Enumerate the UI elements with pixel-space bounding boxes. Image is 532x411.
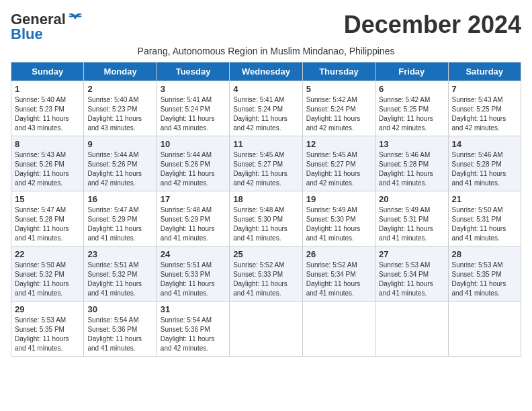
day-info: Sunrise: 5:51 AMSunset: 5:33 PMDaylight:… [161,261,226,298]
calendar-header-row: SundayMondayTuesdayWednesdayThursdayFrid… [11,62,521,81]
calendar-cell: 10Sunrise: 5:44 AMSunset: 5:26 PMDayligh… [157,136,229,191]
calendar-cell: 18Sunrise: 5:48 AMSunset: 5:30 PMDayligh… [230,191,302,246]
calendar-cell: 15Sunrise: 5:47 AMSunset: 5:28 PMDayligh… [11,191,84,246]
day-info: Sunrise: 5:44 AMSunset: 5:26 PMDaylight:… [87,150,152,188]
calendar-cell: 16Sunrise: 5:47 AMSunset: 5:29 PMDayligh… [84,191,157,246]
day-info: Sunrise: 5:48 AMSunset: 5:29 PMDaylight:… [161,205,226,243]
day-number: 22 [15,249,80,259]
calendar-week-row: 8Sunrise: 5:43 AMSunset: 5:26 PMDaylight… [11,136,521,191]
day-number: 21 [452,194,517,204]
calendar-cell: 3Sunrise: 5:41 AMSunset: 5:24 PMDaylight… [157,81,229,136]
calendar-cell: 31Sunrise: 5:54 AMSunset: 5:36 PMDayligh… [157,302,229,357]
day-number: 10 [161,139,226,149]
day-number: 18 [233,194,298,204]
calendar-cell: 9Sunrise: 5:44 AMSunset: 5:26 PMDaylight… [84,136,157,191]
day-number: 24 [161,249,226,259]
calendar-week-row: 29Sunrise: 5:53 AMSunset: 5:35 PMDayligh… [11,302,521,357]
day-number: 19 [306,194,371,204]
day-number: 14 [452,139,517,149]
day-number: 6 [379,84,444,94]
day-info: Sunrise: 5:53 AMSunset: 5:34 PMDaylight:… [379,261,444,298]
weekday-header-thursday: Thursday [302,62,375,81]
day-info: Sunrise: 5:40 AMSunset: 5:23 PMDaylight:… [87,95,152,133]
calendar-cell: 1Sunrise: 5:40 AMSunset: 5:23 PMDaylight… [11,81,84,136]
day-number: 2 [87,84,152,94]
day-number: 15 [15,194,80,204]
calendar-week-row: 15Sunrise: 5:47 AMSunset: 5:28 PMDayligh… [11,191,521,246]
day-info: Sunrise: 5:49 AMSunset: 5:31 PMDaylight:… [379,205,444,243]
calendar-cell [230,302,302,357]
calendar-cell: 8Sunrise: 5:43 AMSunset: 5:26 PMDaylight… [11,136,84,191]
bird-icon [68,13,83,26]
day-number: 20 [379,194,444,204]
day-info: Sunrise: 5:42 AMSunset: 5:24 PMDaylight:… [306,95,371,133]
calendar-cell: 7Sunrise: 5:43 AMSunset: 5:25 PMDaylight… [448,81,521,136]
weekday-header-tuesday: Tuesday [157,62,229,81]
calendar-cell: 12Sunrise: 5:45 AMSunset: 5:27 PMDayligh… [302,136,375,191]
calendar-cell: 28Sunrise: 5:53 AMSunset: 5:35 PMDayligh… [448,246,521,302]
day-number: 8 [15,139,80,149]
calendar-cell: 24Sunrise: 5:51 AMSunset: 5:33 PMDayligh… [157,246,229,302]
calendar-cell: 30Sunrise: 5:54 AMSunset: 5:36 PMDayligh… [84,302,157,357]
day-info: Sunrise: 5:41 AMSunset: 5:24 PMDaylight:… [233,95,298,133]
calendar-cell: 6Sunrise: 5:42 AMSunset: 5:25 PMDaylight… [375,81,448,136]
day-number: 11 [233,139,298,149]
calendar-cell: 13Sunrise: 5:46 AMSunset: 5:28 PMDayligh… [375,136,448,191]
day-number: 4 [233,84,298,94]
calendar-cell: 5Sunrise: 5:42 AMSunset: 5:24 PMDaylight… [302,81,375,136]
day-info: Sunrise: 5:50 AMSunset: 5:31 PMDaylight:… [452,205,517,243]
day-number: 28 [452,249,517,259]
day-number: 29 [15,304,80,314]
calendar-week-row: 22Sunrise: 5:50 AMSunset: 5:32 PMDayligh… [11,246,521,302]
day-number: 30 [87,304,152,314]
day-info: Sunrise: 5:50 AMSunset: 5:32 PMDaylight:… [15,261,80,298]
calendar-cell: 17Sunrise: 5:48 AMSunset: 5:29 PMDayligh… [157,191,229,246]
day-info: Sunrise: 5:53 AMSunset: 5:35 PMDaylight:… [15,316,80,353]
day-info: Sunrise: 5:45 AMSunset: 5:27 PMDaylight:… [233,150,298,188]
calendar-cell: 20Sunrise: 5:49 AMSunset: 5:31 PMDayligh… [375,191,448,246]
day-number: 23 [87,249,152,259]
calendar-cell: 27Sunrise: 5:53 AMSunset: 5:34 PMDayligh… [375,246,448,302]
day-info: Sunrise: 5:49 AMSunset: 5:30 PMDaylight:… [306,205,371,243]
calendar-cell: 29Sunrise: 5:53 AMSunset: 5:35 PMDayligh… [11,302,84,357]
calendar-week-row: 1Sunrise: 5:40 AMSunset: 5:23 PMDaylight… [11,81,521,136]
day-number: 5 [306,84,371,94]
weekday-header-monday: Monday [84,62,157,81]
calendar-table: SundayMondayTuesdayWednesdayThursdayFrid… [11,62,521,357]
day-number: 25 [233,249,298,259]
weekday-header-sunday: Sunday [11,62,84,81]
day-number: 17 [161,194,226,204]
calendar-cell [448,302,521,357]
day-number: 3 [161,84,226,94]
day-info: Sunrise: 5:46 AMSunset: 5:28 PMDaylight:… [379,150,444,188]
calendar-cell: 25Sunrise: 5:52 AMSunset: 5:33 PMDayligh… [230,246,302,302]
calendar-cell: 14Sunrise: 5:46 AMSunset: 5:28 PMDayligh… [448,136,521,191]
day-info: Sunrise: 5:45 AMSunset: 5:27 PMDaylight:… [306,150,371,188]
calendar-cell: 11Sunrise: 5:45 AMSunset: 5:27 PMDayligh… [230,136,302,191]
day-number: 26 [306,249,371,259]
weekday-header-saturday: Saturday [448,62,521,81]
day-info: Sunrise: 5:51 AMSunset: 5:32 PMDaylight:… [87,261,152,298]
weekday-header-wednesday: Wednesday [230,62,302,81]
day-info: Sunrise: 5:41 AMSunset: 5:24 PMDaylight:… [161,95,226,133]
day-info: Sunrise: 5:48 AMSunset: 5:30 PMDaylight:… [233,205,298,243]
day-number: 13 [379,139,444,149]
day-info: Sunrise: 5:42 AMSunset: 5:25 PMDaylight:… [379,95,444,133]
day-info: Sunrise: 5:43 AMSunset: 5:25 PMDaylight:… [452,95,517,133]
day-number: 16 [87,194,152,204]
calendar-cell: 4Sunrise: 5:41 AMSunset: 5:24 PMDaylight… [230,81,302,136]
calendar-cell: 2Sunrise: 5:40 AMSunset: 5:23 PMDaylight… [84,81,157,136]
calendar-cell: 21Sunrise: 5:50 AMSunset: 5:31 PMDayligh… [448,191,521,246]
day-number: 12 [306,139,371,149]
weekday-header-friday: Friday [375,62,448,81]
day-info: Sunrise: 5:54 AMSunset: 5:36 PMDaylight:… [161,316,226,353]
day-info: Sunrise: 5:52 AMSunset: 5:34 PMDaylight:… [306,261,371,298]
day-info: Sunrise: 5:54 AMSunset: 5:36 PMDaylight:… [87,316,152,353]
calendar-cell: 19Sunrise: 5:49 AMSunset: 5:30 PMDayligh… [302,191,375,246]
page-header: General Blue December 2024 [11,11,521,43]
day-number: 31 [161,304,226,314]
calendar-cell: 26Sunrise: 5:52 AMSunset: 5:34 PMDayligh… [302,246,375,302]
day-info: Sunrise: 5:47 AMSunset: 5:29 PMDaylight:… [87,205,152,243]
day-number: 7 [452,84,517,94]
day-info: Sunrise: 5:53 AMSunset: 5:35 PMDaylight:… [452,261,517,298]
